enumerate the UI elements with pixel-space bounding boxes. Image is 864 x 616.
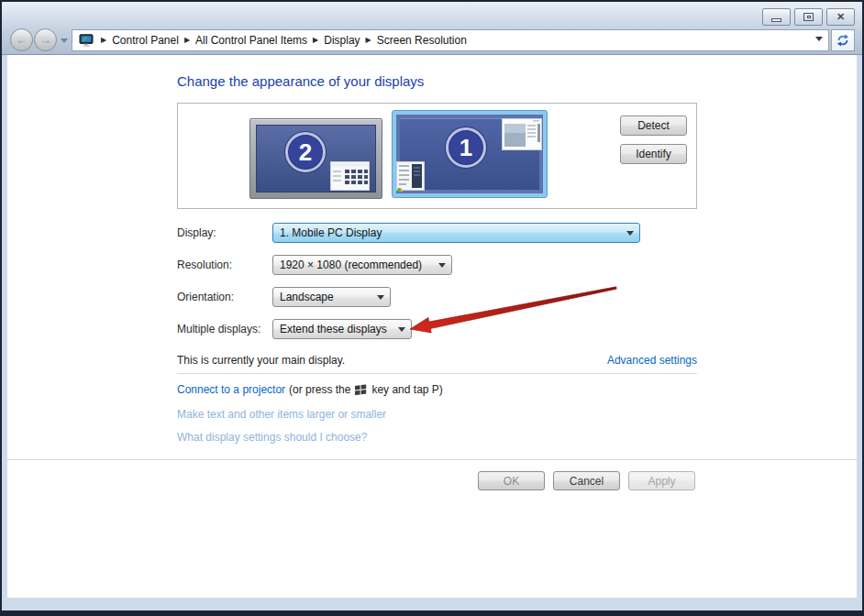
breadcrumb-separator-icon[interactable]: ▶ bbox=[95, 37, 112, 44]
navigation-bar: ← → ▶ Control Panel bbox=[2, 26, 862, 55]
monitor-2-number-badge: 2 bbox=[285, 132, 326, 172]
history-dropdown-icon[interactable] bbox=[61, 38, 68, 47]
breadcrumb-all-items[interactable]: All Control Panel Items bbox=[195, 34, 307, 47]
refresh-button[interactable] bbox=[831, 29, 855, 51]
identify-button[interactable]: Identify bbox=[620, 144, 687, 164]
screen-resolution-window: ✕ ← → bbox=[0, 0, 864, 616]
chevron-down-icon bbox=[438, 263, 446, 271]
resolution-dropdown-value: 1920 × 1080 (recommended) bbox=[280, 258, 422, 271]
multiple-displays-label: Multiple displays: bbox=[177, 319, 260, 339]
make-text-larger-link[interactable]: Make text and other items larger or smal… bbox=[177, 408, 386, 421]
advanced-settings-link[interactable]: Advanced settings bbox=[607, 354, 697, 367]
minimize-icon bbox=[771, 18, 781, 22]
back-button[interactable]: ← bbox=[10, 28, 33, 51]
monitor-1-thumbnail-selected[interactable]: 1 bbox=[392, 110, 548, 198]
app-window-icon bbox=[502, 118, 542, 150]
breadcrumb-separator-icon[interactable]: ▶ bbox=[179, 37, 195, 44]
display-dropdown-value: 1. Mobile PC Display bbox=[280, 226, 382, 239]
breadcrumb-separator-icon[interactable]: ▶ bbox=[307, 37, 324, 44]
maximize-button[interactable] bbox=[794, 8, 823, 26]
monitor-2-thumbnail[interactable]: 2 bbox=[249, 118, 382, 199]
breadcrumb-screen-resolution[interactable]: Screen Resolution bbox=[377, 34, 467, 47]
projector-hint-pre: (or press the bbox=[289, 383, 350, 396]
close-icon: ✕ bbox=[836, 12, 845, 22]
screen-resolution-icon bbox=[79, 34, 94, 48]
monitor-arrangement-panel: 2 bbox=[177, 103, 697, 209]
maximize-icon bbox=[803, 13, 814, 21]
breadcrumb-separator-icon[interactable]: ▶ bbox=[360, 37, 377, 44]
window-controls: ✕ bbox=[762, 8, 855, 26]
cancel-button[interactable]: Cancel bbox=[553, 471, 620, 490]
display-label: Display: bbox=[177, 223, 216, 243]
apply-button[interactable]: Apply bbox=[628, 471, 695, 490]
chevron-down-icon bbox=[377, 295, 384, 303]
window-chrome: ✕ ← → bbox=[2, 2, 862, 55]
windows-key-icon bbox=[354, 383, 368, 396]
main-display-status-text: This is currently your main display. bbox=[177, 354, 345, 367]
breadcrumb-control-panel[interactable]: Control Panel bbox=[112, 34, 179, 47]
multiple-displays-dropdown[interactable]: Extend these displays bbox=[272, 319, 412, 339]
red-annotation-arrow-icon bbox=[402, 275, 629, 339]
orientation-dropdown-value: Landscape bbox=[280, 291, 334, 303]
projector-row: Connect to a projector (or press the key… bbox=[177, 383, 443, 396]
forward-button[interactable]: → bbox=[34, 28, 57, 51]
history-buttons: ← → bbox=[10, 28, 68, 51]
multiple-displays-dropdown-value: Extend these displays bbox=[280, 323, 387, 336]
resolution-dropdown[interactable]: 1920 × 1080 (recommended) bbox=[272, 255, 452, 275]
refresh-icon bbox=[836, 33, 850, 48]
breadcrumb-display[interactable]: Display bbox=[324, 34, 360, 47]
keypad-window-icon bbox=[330, 161, 370, 191]
chevron-down-icon bbox=[626, 231, 634, 239]
display-settings-help-link[interactable]: What display settings should I choose? bbox=[177, 431, 367, 444]
close-button[interactable]: ✕ bbox=[826, 8, 855, 26]
projector-hint-post: key and tap P) bbox=[371, 383, 442, 396]
detect-button[interactable]: Detect bbox=[620, 116, 687, 136]
connect-projector-link[interactable]: Connect to a projector bbox=[177, 383, 285, 396]
section-divider bbox=[177, 373, 697, 374]
orientation-dropdown[interactable]: Landscape bbox=[272, 287, 391, 307]
titlebar[interactable]: ✕ bbox=[2, 2, 862, 26]
resolution-label: Resolution: bbox=[177, 255, 232, 275]
monitor-1-number-badge: 1 bbox=[446, 127, 486, 168]
main-content: Change the appearance of your displays bbox=[7, 55, 857, 598]
page-title: Change the appearance of your displays bbox=[177, 73, 424, 89]
ok-button[interactable]: OK bbox=[478, 471, 545, 490]
minimize-button[interactable] bbox=[762, 8, 791, 26]
start-menu-icon bbox=[396, 161, 425, 192]
footer-divider bbox=[7, 459, 857, 460]
address-bar[interactable]: ▶ Control Panel ▶ All Control Panel Item… bbox=[72, 29, 829, 51]
display-dropdown[interactable]: 1. Mobile PC Display bbox=[272, 223, 640, 243]
orientation-label: Orientation: bbox=[177, 287, 234, 307]
address-dropdown-icon[interactable] bbox=[815, 37, 823, 45]
